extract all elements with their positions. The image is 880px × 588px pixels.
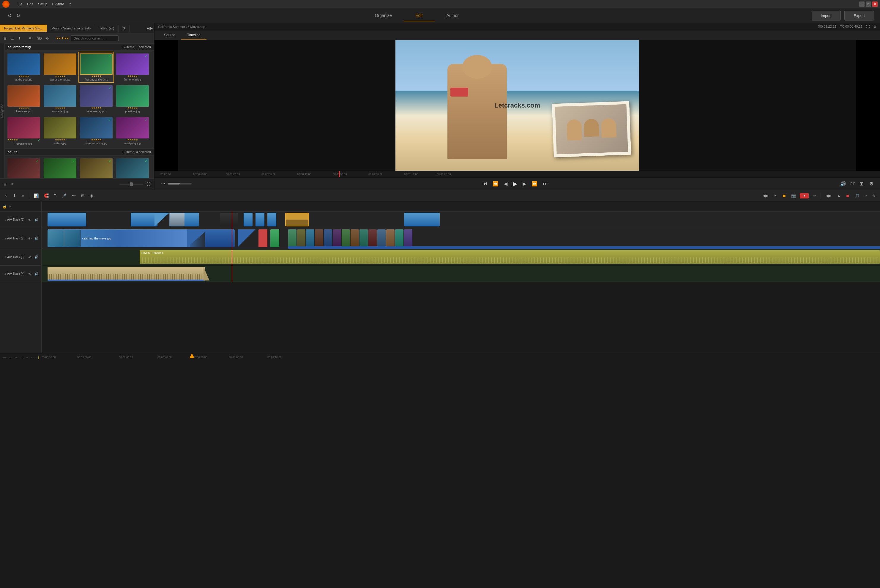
tab-prev-arrow[interactable]: ◀	[147, 26, 150, 30]
list-item[interactable]: ✓ ★★★★★ first-one-in.jpg	[115, 52, 150, 83]
grid-small-button[interactable]: ⊞	[2, 182, 8, 187]
clip-s1[interactable]	[288, 230, 297, 247]
next-frame-button[interactable]: ⏩	[530, 180, 539, 188]
list-item[interactable]: ✓ ★★★★★ our-last-day.jpg	[78, 84, 114, 115]
clip-s7[interactable]	[342, 230, 350, 247]
import-media-button[interactable]: ⬇	[17, 36, 22, 41]
preview-settings-button[interactable]: ⚙	[873, 25, 876, 29]
tl-lock-button[interactable]: 🔒	[2, 204, 7, 209]
navigation-sidebar[interactable]: Navigation	[0, 44, 5, 178]
list-item[interactable]: ★★★★★ mom-dad.jpg	[42, 84, 78, 115]
tool-voice[interactable]: 🎵	[853, 192, 861, 199]
clip-s13[interactable]	[395, 230, 403, 247]
tool-audio-levels[interactable]: ◀▶	[824, 192, 833, 199]
list-item[interactable]: ✓ ★★★★★ first-day-at-the-oc...	[78, 52, 114, 83]
track-3-eye[interactable]: 👁	[27, 255, 32, 260]
tool-bar-chart[interactable]: 📊	[32, 192, 40, 199]
tool-marker[interactable]: ⬇	[12, 192, 18, 199]
menu-help[interactable]: ?	[69, 2, 71, 6]
fast-forward-button[interactable]: ▶	[521, 180, 528, 188]
fullscreen-button[interactable]: ⛶	[145, 182, 151, 187]
pip-button[interactable]: ⊞	[858, 180, 865, 188]
clip-track1-selected[interactable]	[285, 213, 309, 226]
tool-more[interactable]: ⊕	[871, 192, 877, 199]
clip-s10[interactable]	[369, 230, 377, 247]
clip-s3[interactable]	[306, 230, 314, 247]
clip-track1-end[interactable]	[404, 213, 440, 226]
maximize-button[interactable]: □	[866, 2, 871, 7]
close-button[interactable]: ✕	[872, 2, 878, 7]
tool-normalize[interactable]: ≈	[864, 192, 868, 199]
list-item[interactable]: ★★★★★ sisters.jpg	[42, 115, 78, 147]
clip-audio-track4[interactable]	[48, 267, 205, 280]
go-end-button[interactable]: ⏭	[541, 180, 549, 187]
tool-magnet[interactable]: 🧲	[42, 192, 50, 199]
tool-fx[interactable]: ◉	[88, 192, 94, 199]
track-3-mute[interactable]: 🔊	[34, 255, 39, 260]
list-item[interactable]: ✓ ★★★★★ bffs.jpg	[6, 157, 42, 178]
tool-camera[interactable]: 📷	[790, 192, 798, 199]
export-button[interactable]: Export	[844, 11, 874, 21]
list-view-button[interactable]: ☰	[9, 36, 15, 41]
undo-button[interactable]: ↺	[6, 12, 13, 19]
transition-1[interactable]	[154, 213, 169, 226]
clip-track2-main[interactable]: catching-the-wave.jpg	[48, 230, 190, 247]
clip-s14[interactable]	[404, 230, 412, 247]
tab-s[interactable]: S	[118, 25, 129, 32]
menu-setup[interactable]: Setup	[38, 2, 47, 6]
clip-s4[interactable]	[315, 230, 323, 247]
3d-view-button[interactable]: 3D	[36, 36, 43, 41]
track-2-mute[interactable]: 🔊	[34, 236, 39, 241]
track-1-mute[interactable]: 🔊	[34, 218, 39, 222]
list-item[interactable]: ✓ ★★★★★ final-race.jpg	[78, 157, 114, 178]
list-item[interactable]: ✓ ★★★★★ chillin.jpg	[42, 157, 78, 178]
grid-view-button[interactable]: ⊞	[2, 36, 8, 41]
tool-audio-right[interactable]: ◀▶	[761, 192, 770, 199]
record-button[interactable]: ●	[800, 193, 809, 198]
volume-button[interactable]: 🔊	[838, 180, 848, 188]
tool-audio[interactable]: 🎤	[60, 192, 68, 199]
sort-button[interactable]: ≡↕	[28, 36, 34, 41]
clip-track1-1[interactable]	[48, 213, 86, 226]
minimize-button[interactable]: ─	[859, 2, 865, 7]
tab-organize[interactable]: Organize	[363, 10, 404, 21]
track-4-eye[interactable]: 👁	[27, 272, 32, 276]
list-item[interactable]: ★★★★★ day-at-the-fair.jpg	[42, 52, 78, 83]
clip-track1-small3[interactable]	[267, 213, 276, 226]
import-button[interactable]: Import	[812, 11, 841, 21]
zoom-slider[interactable]	[120, 184, 143, 185]
list-item[interactable]: ✓ ★★★★★ windy-day.jpg	[115, 115, 150, 147]
tab-source[interactable]: Source	[158, 31, 181, 39]
preview-expand-button[interactable]: ⛶	[866, 25, 870, 29]
play-button[interactable]: ▶	[511, 179, 519, 188]
transition-track2-b[interactable]	[238, 230, 255, 247]
tl-settings-button[interactable]: ≡	[9, 204, 12, 209]
prev-frame-button[interactable]: ⏪	[491, 180, 500, 188]
list-item[interactable]: ★★★★★ fun-times.jpg	[6, 84, 42, 115]
clip-track2-b[interactable]	[205, 230, 235, 247]
track-2-eye[interactable]: 👁	[27, 237, 32, 241]
tab-project-bin[interactable]: Project Bin: Pinnacle Stu...	[0, 25, 47, 32]
menu-edit[interactable]: Edit	[27, 2, 33, 6]
menu-file[interactable]: File	[16, 2, 22, 6]
tab-next-arrow[interactable]: ▶	[150, 26, 153, 30]
list-item[interactable]: ★★★★★ ✓ refreshing.jpg	[6, 115, 42, 147]
list-item[interactable]: ✓ ★★★★★ pooltime.jpg	[115, 84, 150, 115]
tool-wave[interactable]: 〜	[70, 192, 77, 200]
rewind-button[interactable]: ◀	[502, 180, 509, 188]
tool-split[interactable]: ✂	[772, 192, 779, 199]
tab-muserk[interactable]: Muserk Sound Effects: (all)	[47, 25, 95, 32]
tab-edit[interactable]: Edit	[404, 10, 435, 21]
clip-track1-small2[interactable]	[255, 213, 264, 226]
clip-track2-green[interactable]	[270, 230, 279, 247]
tool-color-grade[interactable]: ◼	[845, 192, 851, 199]
list-small-button[interactable]: ≡	[10, 182, 15, 187]
clip-s8[interactable]	[351, 230, 359, 247]
clip-s2[interactable]	[297, 230, 306, 247]
clip-s9[interactable]	[360, 230, 368, 247]
tool-cursor[interactable]: ↖	[3, 192, 9, 199]
list-item[interactable]: ✓ ★★★★★ sisters-running.jpg	[78, 115, 114, 147]
settings-button[interactable]: ⚙	[45, 36, 50, 41]
clip-audio-novelty[interactable]: Novelty - Playtime	[139, 250, 880, 264]
clip-s6[interactable]	[333, 230, 341, 247]
